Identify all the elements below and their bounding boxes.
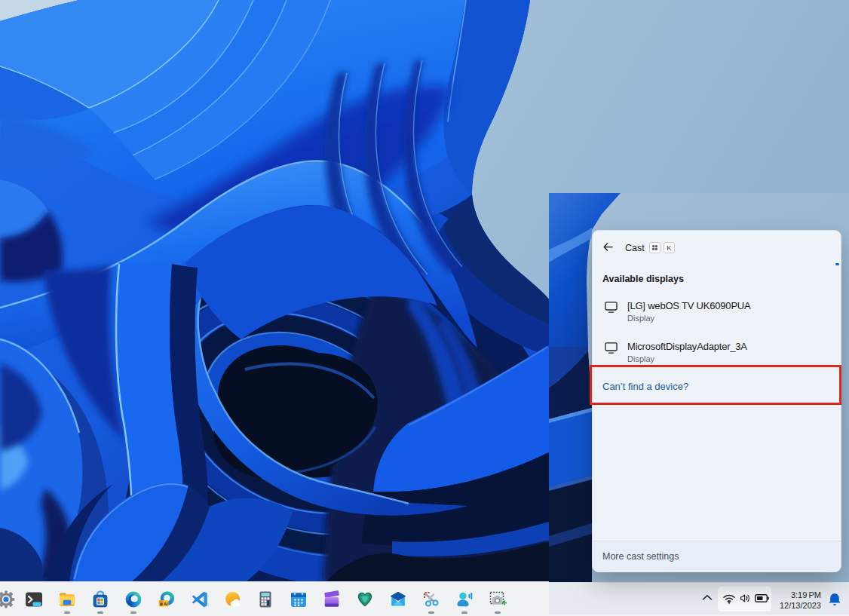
svg-text:AI: AI bbox=[164, 602, 168, 606]
